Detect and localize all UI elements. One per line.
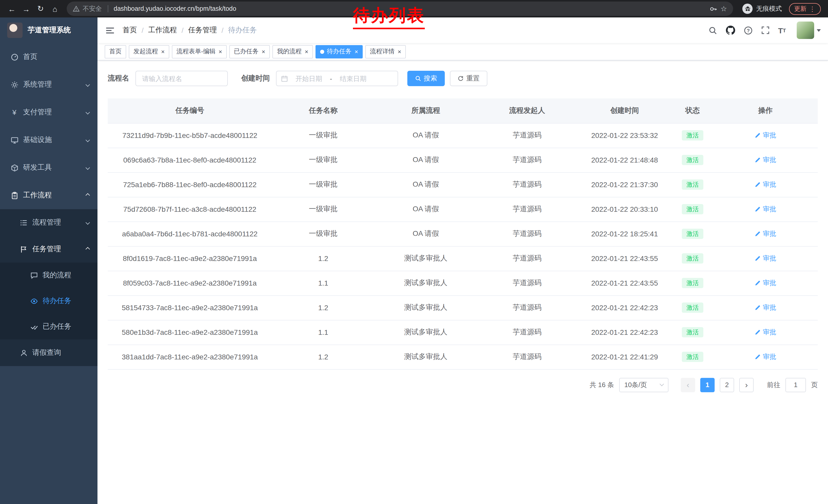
todo-task-table: 任务编号 任务名称 所属流程 流程发起人 创建时间 状态 操作 73211d9d… bbox=[108, 98, 818, 369]
approve-link[interactable]: 审批 bbox=[755, 278, 776, 288]
create-time-cell: 2022-01-21 22:42:23 bbox=[577, 295, 672, 320]
font-size-icon[interactable]: TT bbox=[778, 26, 786, 35]
status-cell: 激活 bbox=[672, 123, 713, 148]
sidebar-item-todo-tasks[interactable]: 待办任务 bbox=[0, 288, 97, 314]
task-id-cell: 58154733-7ac8-11ec-a9e2-a2380e71991a bbox=[108, 295, 272, 320]
avatar[interactable] bbox=[797, 21, 814, 39]
search-icon[interactable] bbox=[708, 26, 717, 35]
help-icon[interactable]: ? bbox=[744, 26, 752, 35]
date-range-picker[interactable]: - bbox=[276, 71, 398, 86]
tab-start-process[interactable]: 发起流程× bbox=[129, 45, 169, 58]
hamburger-icon[interactable] bbox=[97, 26, 123, 35]
table-row: 580e1b3d-7ac8-11ec-a9e2-a2380e71991a 1.1… bbox=[108, 320, 818, 345]
breadcrumb-current: 待办任务 bbox=[228, 26, 257, 35]
refresh-icon bbox=[458, 75, 464, 82]
sidebar-item-task-mgmt[interactable]: 任务管理 bbox=[0, 236, 97, 263]
approve-link[interactable]: 审批 bbox=[755, 352, 776, 362]
status-cell: 激活 bbox=[672, 172, 713, 197]
address-bar[interactable]: 不安全 dashboard.yudao.iocoder.cn/bpm/task/… bbox=[67, 2, 733, 16]
security-warning-icon bbox=[73, 6, 80, 12]
tab-home[interactable]: 首页 bbox=[105, 45, 126, 58]
task-id-cell: 381aa1dd-7ac8-11ec-a9e2-a2380e71991a bbox=[108, 345, 272, 369]
status-badge: 激活 bbox=[682, 303, 703, 313]
tab-process-detail[interactable]: 流程详情× bbox=[365, 45, 406, 58]
sidebar-item-done-tasks[interactable]: 已办任务 bbox=[0, 314, 97, 339]
task-name-cell: 一级审批 bbox=[272, 197, 374, 222]
close-icon[interactable]: × bbox=[161, 48, 165, 55]
pencil-icon bbox=[755, 305, 761, 311]
task-id-cell: 73211d9d-7b9b-11ec-b5b7-acde48001122 bbox=[108, 123, 272, 148]
process-cell: OA 请假 bbox=[374, 148, 477, 172]
close-icon[interactable]: × bbox=[262, 48, 265, 55]
sidebar-logo[interactable]: 芋道管理系统 bbox=[0, 17, 97, 43]
process-name-input[interactable] bbox=[135, 71, 228, 86]
table-header-row: 任务编号 任务名称 所属流程 流程发起人 创建时间 状态 操作 bbox=[108, 98, 818, 123]
chevron-up-icon bbox=[86, 247, 90, 251]
end-date-input[interactable] bbox=[334, 75, 372, 82]
sidebar-item-infrastructure[interactable]: 基础设施 bbox=[0, 126, 97, 154]
tab-todo-tasks[interactable]: 待办任务× bbox=[316, 45, 363, 58]
goto-page-input[interactable] bbox=[785, 378, 806, 392]
user-menu[interactable] bbox=[797, 21, 821, 39]
bookmark-star-icon[interactable]: ☆ bbox=[720, 5, 727, 13]
close-icon[interactable]: × bbox=[305, 48, 308, 55]
approve-link[interactable]: 审批 bbox=[755, 155, 776, 165]
approve-link[interactable]: 审批 bbox=[755, 303, 776, 312]
initiator-cell: 芋道源码 bbox=[477, 345, 577, 369]
close-icon[interactable]: × bbox=[355, 48, 358, 55]
action-cell: 审批 bbox=[713, 123, 818, 148]
sidebar-item-leave-query[interactable]: 请假查询 bbox=[0, 339, 97, 366]
approve-link[interactable]: 审批 bbox=[755, 229, 776, 238]
reset-button[interactable]: 重置 bbox=[450, 71, 487, 86]
tab-my-process[interactable]: 我的流程× bbox=[273, 45, 313, 58]
tab-done-tasks[interactable]: 已办任务× bbox=[229, 45, 270, 58]
tab-form-edit[interactable]: 流程表单-编辑× bbox=[172, 45, 227, 58]
breadcrumb-item[interactable]: 首页 bbox=[123, 26, 137, 35]
col-process: 所属流程 bbox=[374, 98, 477, 123]
sidebar-item-workflow[interactable]: 工作流程 bbox=[0, 182, 97, 209]
approve-link[interactable]: 审批 bbox=[755, 131, 776, 140]
github-icon[interactable] bbox=[726, 26, 735, 35]
browser-update-button[interactable]: 更新 ⋮ bbox=[789, 3, 821, 15]
approve-link[interactable]: 审批 bbox=[755, 328, 776, 337]
browser-back-button[interactable]: ← bbox=[5, 2, 18, 15]
breadcrumb-item[interactable]: 任务管理 bbox=[188, 26, 217, 35]
task-id-cell: 8f0d1619-7ac8-11ec-a9e2-a2380e71991a bbox=[108, 246, 272, 271]
browser-refresh-button[interactable]: ↻ bbox=[34, 2, 47, 15]
page-button-2[interactable]: 2 bbox=[720, 378, 734, 392]
page-content: 流程名 创建时间 - 搜索 bbox=[97, 60, 828, 504]
search-button[interactable]: 搜索 bbox=[407, 71, 445, 86]
table-row: 8f0d1619-7ac8-11ec-a9e2-a2380e71991a 1.2… bbox=[108, 246, 818, 271]
approve-link[interactable]: 审批 bbox=[755, 180, 776, 189]
browser-forward-button[interactable]: → bbox=[19, 2, 33, 15]
action-cell: 审批 bbox=[713, 172, 818, 197]
prev-page-button[interactable]: ‹ bbox=[681, 378, 695, 392]
password-key-icon[interactable] bbox=[710, 5, 717, 12]
status-cell: 激活 bbox=[672, 320, 713, 345]
sidebar-item-payment-mgmt[interactable]: ¥ 支付管理 bbox=[0, 98, 97, 126]
sidebar-item-home[interactable]: 首页 bbox=[0, 43, 97, 71]
incognito-icon bbox=[742, 4, 753, 14]
page-size-select[interactable]: 10条/页 bbox=[619, 378, 668, 392]
close-icon[interactable]: × bbox=[398, 48, 401, 55]
start-date-input[interactable] bbox=[290, 75, 328, 82]
browser-menu-dots-icon: ⋮ bbox=[809, 5, 816, 12]
sidebar-item-system-mgmt[interactable]: 系统管理 bbox=[0, 71, 97, 98]
approve-link[interactable]: 审批 bbox=[755, 254, 776, 263]
browser-home-button[interactable]: ⌂ bbox=[48, 2, 61, 15]
sidebar-item-label: 任务管理 bbox=[32, 244, 61, 254]
svg-text:?: ? bbox=[747, 28, 750, 33]
close-icon[interactable]: × bbox=[218, 48, 222, 55]
initiator-cell: 芋道源码 bbox=[477, 123, 577, 148]
caret-down-icon bbox=[817, 29, 821, 34]
process-cell: 测试多审批人 bbox=[374, 271, 477, 295]
approve-link[interactable]: 审批 bbox=[755, 204, 776, 214]
sidebar-item-dev-tools[interactable]: 研发工具 bbox=[0, 154, 97, 182]
create-time-cell: 2022-01-21 22:43:55 bbox=[577, 271, 672, 295]
page-button-1[interactable]: 1 bbox=[700, 378, 715, 392]
sidebar-item-process-mgmt[interactable]: 流程管理 bbox=[0, 209, 97, 236]
next-page-button[interactable]: › bbox=[739, 378, 754, 392]
breadcrumb-item[interactable]: 工作流程 bbox=[148, 26, 177, 35]
sidebar-item-my-process[interactable]: 我的流程 bbox=[0, 263, 97, 288]
fullscreen-icon[interactable] bbox=[761, 26, 769, 34]
